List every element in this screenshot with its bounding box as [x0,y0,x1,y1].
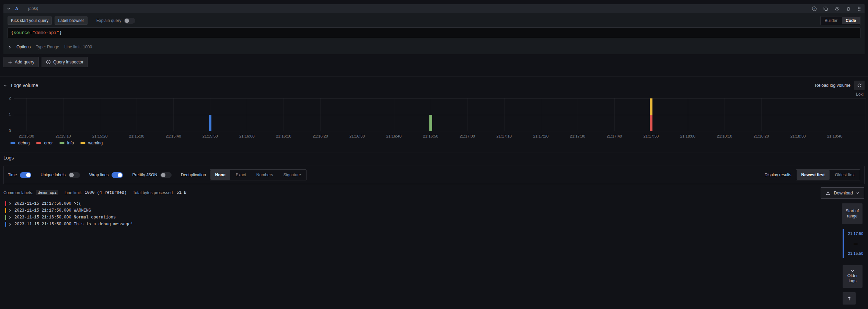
explain-query-toggle[interactable] [124,18,135,24]
log-page-range[interactable]: 21:17:50 — 21:15:50 [843,229,865,258]
query-toolbar: Kick start your query Label browser Expl… [8,16,135,25]
download-button[interactable]: Download [821,187,864,199]
logs-meta-row: Common labels: demo-api Line limit: 1000… [3,190,193,195]
kick-start-query-button[interactable]: Kick start your query [8,16,52,25]
datasource-name: (Loki) [28,6,38,11]
range-indicator-bar [843,229,844,258]
unique-labels-toggle[interactable] [69,172,80,178]
scroll-to-top-button[interactable] [843,292,856,305]
query-ref-id[interactable]: A [15,6,18,11]
add-query-button[interactable]: Add query [3,57,39,67]
chart-bar-debug[interactable] [209,115,211,131]
prettify-json-label: Prettify JSON [132,173,157,177]
x-axis-tick-label: 21:16:00 [232,134,262,138]
x-gridline [100,98,100,131]
common-labels-value: demo-api [36,190,58,195]
help-icon[interactable]: ? [812,6,817,11]
x-axis-tick-label: 21:17:00 [453,134,482,138]
x-axis-tick-label: 21:18:00 [673,134,703,138]
duplicate-query-icon[interactable] [823,6,828,11]
x-axis-tick-label: 21:17:30 [563,134,592,138]
svg-text:?: ? [813,7,815,10]
unique-labels-label: Unique labels [40,173,66,177]
x-axis-tick-label: 21:18:30 [783,134,813,138]
x-gridline [835,98,835,131]
unique-labels-control: Unique labels [40,172,80,178]
legend-color-warning [80,142,85,144]
older-logs-button[interactable]: Older logs [843,265,863,288]
legend-item-warning[interactable]: warning [80,141,103,145]
x-axis-tick-label: 21:17:20 [526,134,556,138]
y-gridline [14,115,866,115]
log-row[interactable]: 2023-11-15 21:17:50.000 >:( [0,200,837,207]
time-toggle[interactable] [20,172,31,178]
chart-bar-info[interactable] [429,115,432,131]
prettify-json-toggle[interactable] [160,172,172,178]
legend-item-error[interactable]: error [36,141,53,145]
log-timestamp: 2023-11-15 21:15:50.000 [14,222,74,227]
download-icon [825,190,831,195]
chart-legend: debugerrorinfowarning [10,141,103,145]
explore-page: A (Loki) ? Kick start your query Label b… [0,0,868,309]
query-row-actions: ? [812,6,861,11]
log-row[interactable]: 2023-11-15 21:15:50.000 This is a debug … [0,221,837,228]
x-axis-tick-label: 21:18:20 [747,134,776,138]
log-line: 2023-11-15 21:16:50.000 Normal operation… [14,215,116,220]
x-gridline [467,98,468,131]
chevron-down-icon [850,270,855,272]
chart-bar-error[interactable] [650,115,652,131]
expand-row-icon [9,223,12,226]
time-control: Time [8,172,31,178]
order-option-newest-first[interactable]: Newest first [797,170,830,180]
x-gridline [725,98,725,131]
reload-log-volume-button[interactable] [854,81,865,90]
log-rows-list: 2023-11-15 21:17:50.000 >:(2023-11-15 21… [0,200,837,228]
legend-item-info[interactable]: info [59,141,74,145]
dedup-option-signature[interactable]: Signature [279,170,306,180]
legend-label: warning [88,141,103,145]
log-level-bar-warning [5,208,6,213]
remove-query-trash-icon[interactable] [846,6,851,11]
query-row-header: A (Loki) ? [3,4,865,13]
legend-color-error [36,142,41,144]
editor-mode-builder[interactable]: Builder [821,17,841,24]
collapse-logs-volume-icon[interactable] [3,84,7,87]
expand-row-icon [9,209,12,212]
x-axis-tick-label: 21:15:10 [48,134,78,138]
collapse-query-row-icon[interactable] [7,7,11,11]
log-row[interactable]: 2023-11-15 21:16:50.000 Normal operation… [0,214,837,221]
query-label-name: source [14,30,30,35]
hide-response-eye-icon[interactable] [834,6,840,11]
x-axis-tick-label: 21:16:10 [269,134,298,138]
query-options-collapse[interactable]: Options Type: Range Line limit: 1000 [8,42,92,52]
order-option-oldest-first[interactable]: Oldest first [830,170,859,180]
log-row[interactable]: 2023-11-15 21:17:50.000 WARNING [0,207,837,214]
log-display-toggles: TimeUnique labelsWrap linesPrettify JSON [8,172,181,178]
x-gridline [541,98,541,131]
dedup-option-numbers[interactable]: Numbers [252,170,278,180]
query-code-editor[interactable]: {source="demo-api"} [8,27,860,38]
start-of-range-button[interactable]: Start of range [842,203,863,224]
drag-handle-icon[interactable] [857,6,861,11]
legend-color-debug [10,142,15,144]
line-limit-label: Line limit: [65,190,82,195]
options-label: Options [16,45,31,49]
legend-item-debug[interactable]: debug [10,141,30,145]
label-browser-button[interactable]: Label browser [55,16,87,25]
x-axis-tick-label: 21:18:40 [820,134,849,138]
query-inspector-button[interactable]: Query inspector [42,57,88,67]
x-gridline [504,98,505,131]
x-gridline [320,98,321,131]
display-results-control: Display results Newest firstOldest first [765,169,860,180]
explain-query-label: Explain query [96,18,121,23]
x-gridline [173,98,174,131]
x-axis-tick-label: 21:15:40 [159,134,188,138]
dedup-option-none[interactable]: None [210,170,230,180]
wrap-lines-toggle[interactable] [112,172,123,178]
reload-log-volume-label[interactable]: Reload log volume [815,83,850,88]
legend-color-info [59,142,65,144]
editor-mode-code[interactable]: Code [842,17,860,24]
chart-bar-warning[interactable] [650,98,652,115]
dedup-option-exact[interactable]: Exact [231,170,251,180]
x-gridline [798,98,798,131]
